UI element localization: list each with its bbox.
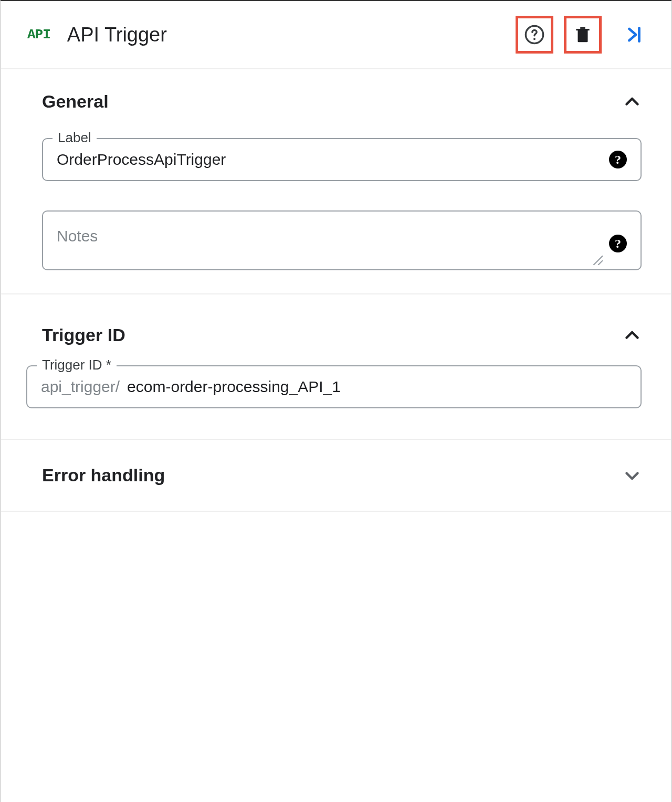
resize-handle-icon[interactable] — [591, 254, 603, 265]
trigger-id-field-wrap: Trigger ID * api_trigger/ — [26, 365, 642, 408]
section-general: General Label ? ? — [1, 69, 671, 294]
collapse-right-icon — [624, 25, 644, 45]
trash-icon — [573, 25, 593, 45]
svg-line-3 — [598, 260, 603, 265]
api-trigger-panel: API API Trigger — [0, 0, 672, 802]
notes-textarea[interactable] — [57, 227, 602, 255]
section-trigger-id-title: Trigger ID — [42, 325, 125, 345]
label-field: Label ? — [42, 138, 642, 181]
panel-header: API API Trigger — [1, 1, 671, 69]
section-general-title: General — [42, 91, 109, 112]
header-actions — [516, 16, 646, 54]
svg-point-1 — [533, 38, 536, 40]
svg-line-2 — [593, 256, 603, 265]
section-error-handling-title: Error handling — [42, 465, 165, 486]
chevron-up-icon — [623, 92, 642, 111]
notes-field-wrap: ? — [42, 210, 642, 270]
help-button-highlight — [516, 16, 553, 54]
notes-help-button[interactable]: ? — [609, 235, 627, 252]
delete-button[interactable] — [571, 23, 594, 46]
section-error-handling-header[interactable]: Error handling — [42, 463, 642, 488]
section-trigger-id: Trigger ID Trigger ID * api_trigger/ — [1, 294, 671, 440]
notes-field: ? — [42, 210, 642, 270]
panel-title: API Trigger — [67, 24, 516, 46]
collapse-panel-button[interactable] — [623, 23, 646, 46]
chevron-down-icon — [623, 466, 642, 485]
label-field-wrap: Label ? — [42, 138, 642, 181]
help-circle-icon — [524, 24, 545, 45]
label-help-button[interactable]: ? — [609, 151, 627, 168]
section-general-header[interactable]: General — [42, 89, 642, 114]
trigger-id-prefix: api_trigger/ — [41, 378, 120, 396]
section-trigger-id-header[interactable]: Trigger ID — [42, 323, 642, 347]
help-button[interactable] — [523, 23, 546, 46]
trigger-id-field: Trigger ID * api_trigger/ — [26, 365, 642, 408]
label-input[interactable] — [57, 151, 602, 168]
trigger-id-input[interactable] — [127, 378, 627, 396]
trigger-id-legend: Trigger ID * — [37, 357, 117, 373]
api-badge: API — [27, 27, 50, 43]
delete-button-highlight — [564, 16, 602, 54]
chevron-up-icon — [623, 326, 642, 345]
section-error-handling: Error handling — [1, 440, 671, 512]
label-field-legend: Label — [52, 130, 97, 146]
